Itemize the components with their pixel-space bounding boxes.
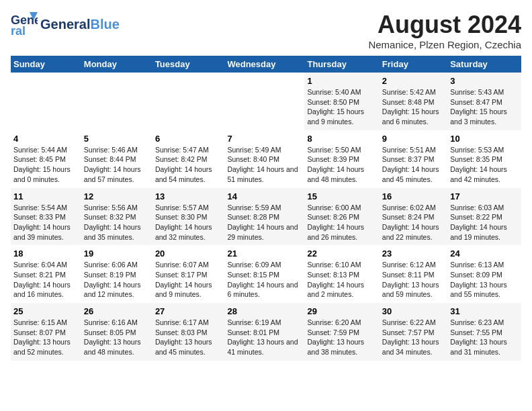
day-number: 29: [307, 306, 376, 316]
logo-general-text: General: [40, 17, 90, 32]
day-info: Sunrise: 6:02 AMSunset: 8:24 PMDaylight:…: [382, 203, 445, 242]
calendar-cell: [11, 73, 81, 130]
day-number: 11: [13, 191, 79, 201]
day-info: Sunrise: 5:51 AMSunset: 8:37 PMDaylight:…: [382, 145, 445, 185]
calendar-cell: [224, 73, 304, 130]
calendar-cell: 7Sunrise: 5:49 AMSunset: 8:40 PMDaylight…: [224, 130, 304, 188]
day-info: Sunrise: 5:42 AMSunset: 8:48 PMDaylight:…: [382, 87, 445, 127]
page-title: August 2024: [368, 11, 521, 39]
calendar-cell: 24Sunrise: 6:13 AMSunset: 8:09 PMDayligh…: [447, 245, 521, 303]
calendar-cell: 8Sunrise: 5:50 AMSunset: 8:39 PMDaylight…: [304, 130, 379, 188]
day-info: Sunrise: 6:12 AMSunset: 8:11 PMDaylight:…: [382, 260, 445, 300]
day-info: Sunrise: 6:22 AMSunset: 7:57 PMDaylight:…: [382, 318, 445, 357]
day-number: 16: [382, 191, 445, 201]
day-number: 10: [450, 134, 519, 144]
calendar-cell: 27Sunrise: 6:17 AMSunset: 8:03 PMDayligh…: [152, 303, 225, 361]
day-info: Sunrise: 5:54 AMSunset: 8:33 PMDaylight:…: [13, 203, 79, 242]
day-number: 21: [227, 248, 302, 259]
calendar-table: SundayMondayTuesdayWednesdayThursdayFrid…: [11, 56, 521, 361]
calendar-week-2: 4Sunrise: 5:44 AMSunset: 8:45 PMDaylight…: [11, 130, 521, 188]
day-number: 27: [155, 306, 222, 316]
day-info: Sunrise: 6:16 AMSunset: 8:05 PMDaylight:…: [84, 318, 150, 357]
day-info: Sunrise: 5:43 AMSunset: 8:47 PMDaylight:…: [450, 87, 519, 127]
day-number: 8: [307, 134, 376, 144]
day-info: Sunrise: 6:20 AMSunset: 7:59 PMDaylight:…: [307, 318, 376, 357]
calendar-cell: 11Sunrise: 5:54 AMSunset: 8:33 PMDayligh…: [11, 188, 81, 246]
calendar-cell: 30Sunrise: 6:22 AMSunset: 7:57 PMDayligh…: [380, 303, 447, 361]
day-info: Sunrise: 5:53 AMSunset: 8:35 PMDaylight:…: [450, 145, 519, 185]
calendar-cell: 18Sunrise: 6:04 AMSunset: 8:21 PMDayligh…: [11, 245, 81, 303]
calendar-week-5: 25Sunrise: 6:15 AMSunset: 8:07 PMDayligh…: [11, 303, 521, 361]
calendar-week-3: 11Sunrise: 5:54 AMSunset: 8:33 PMDayligh…: [11, 188, 521, 246]
day-number: 28: [227, 306, 302, 316]
day-info: Sunrise: 6:19 AMSunset: 8:01 PMDaylight:…: [227, 318, 302, 357]
day-info: Sunrise: 5:46 AMSunset: 8:44 PMDaylight:…: [84, 145, 150, 185]
calendar-cell: 14Sunrise: 5:59 AMSunset: 8:28 PMDayligh…: [224, 188, 304, 246]
day-number: 15: [307, 191, 376, 201]
day-info: Sunrise: 6:09 AMSunset: 8:15 PMDaylight:…: [227, 260, 302, 300]
calendar-cell: 28Sunrise: 6:19 AMSunset: 8:01 PMDayligh…: [224, 303, 304, 361]
calendar-cell: 22Sunrise: 6:10 AMSunset: 8:13 PMDayligh…: [304, 245, 379, 303]
calendar-cell: 5Sunrise: 5:46 AMSunset: 8:44 PMDaylight…: [81, 130, 152, 188]
day-number: 22: [307, 248, 376, 259]
column-header-sunday: Sunday: [11, 56, 81, 73]
day-info: Sunrise: 6:03 AMSunset: 8:22 PMDaylight:…: [450, 203, 519, 242]
calendar-cell: 2Sunrise: 5:42 AMSunset: 8:48 PMDaylight…: [380, 73, 447, 130]
calendar-cell: 19Sunrise: 6:06 AMSunset: 8:19 PMDayligh…: [81, 245, 152, 303]
column-header-friday: Friday: [380, 56, 447, 73]
day-info: Sunrise: 5:50 AMSunset: 8:39 PMDaylight:…: [307, 145, 376, 185]
logo: Gene ral GeneralBlue: [11, 11, 120, 38]
day-number: 5: [84, 134, 150, 144]
logo-icon: Gene ral: [11, 11, 38, 38]
day-number: 24: [450, 248, 519, 259]
calendar-header: SundayMondayTuesdayWednesdayThursdayFrid…: [11, 56, 521, 73]
day-info: Sunrise: 5:57 AMSunset: 8:30 PMDaylight:…: [155, 203, 222, 242]
day-number: 12: [84, 191, 150, 201]
column-header-tuesday: Tuesday: [152, 56, 225, 73]
day-info: Sunrise: 6:06 AMSunset: 8:19 PMDaylight:…: [84, 260, 150, 300]
calendar-cell: 10Sunrise: 5:53 AMSunset: 8:35 PMDayligh…: [447, 130, 521, 188]
day-info: Sunrise: 5:59 AMSunset: 8:28 PMDaylight:…: [227, 203, 302, 242]
page-subtitle: Nemanice, Plzen Region, Czechia: [368, 39, 521, 50]
header-row: SundayMondayTuesdayWednesdayThursdayFrid…: [11, 56, 521, 73]
day-number: 30: [382, 306, 445, 316]
column-header-thursday: Thursday: [304, 56, 379, 73]
column-header-saturday: Saturday: [447, 56, 521, 73]
calendar-cell: 12Sunrise: 5:56 AMSunset: 8:32 PMDayligh…: [81, 188, 152, 246]
day-info: Sunrise: 6:13 AMSunset: 8:09 PMDaylight:…: [450, 260, 519, 300]
day-number: 2: [382, 76, 445, 86]
calendar-cell: 26Sunrise: 6:16 AMSunset: 8:05 PMDayligh…: [81, 303, 152, 361]
calendar-cell: 20Sunrise: 6:07 AMSunset: 8:17 PMDayligh…: [152, 245, 225, 303]
day-info: Sunrise: 6:15 AMSunset: 8:07 PMDaylight:…: [13, 318, 79, 357]
day-number: 6: [155, 134, 222, 144]
day-info: Sunrise: 5:47 AMSunset: 8:42 PMDaylight:…: [155, 145, 222, 185]
calendar-cell: 3Sunrise: 5:43 AMSunset: 8:47 PMDaylight…: [447, 73, 521, 130]
calendar-cell: 17Sunrise: 6:03 AMSunset: 8:22 PMDayligh…: [447, 188, 521, 246]
day-number: 7: [227, 134, 302, 144]
day-number: 20: [155, 248, 222, 259]
day-number: 9: [382, 134, 445, 144]
calendar-cell: 9Sunrise: 5:51 AMSunset: 8:37 PMDaylight…: [380, 130, 447, 188]
calendar-cell: 31Sunrise: 6:23 AMSunset: 7:55 PMDayligh…: [447, 303, 521, 361]
column-header-monday: Monday: [81, 56, 152, 73]
day-info: Sunrise: 5:56 AMSunset: 8:32 PMDaylight:…: [84, 203, 150, 242]
day-number: 31: [450, 306, 519, 316]
calendar-week-4: 18Sunrise: 6:04 AMSunset: 8:21 PMDayligh…: [11, 245, 521, 303]
day-info: Sunrise: 5:40 AMSunset: 8:50 PMDaylight:…: [307, 87, 376, 127]
calendar-cell: 6Sunrise: 5:47 AMSunset: 8:42 PMDaylight…: [152, 130, 225, 188]
day-number: 26: [84, 306, 150, 316]
day-number: 18: [13, 248, 79, 259]
day-number: 4: [13, 134, 79, 144]
day-info: Sunrise: 6:10 AMSunset: 8:13 PMDaylight:…: [307, 260, 376, 300]
calendar-cell: 16Sunrise: 6:02 AMSunset: 8:24 PMDayligh…: [380, 188, 447, 246]
day-info: Sunrise: 5:49 AMSunset: 8:40 PMDaylight:…: [227, 145, 302, 185]
calendar-cell: 29Sunrise: 6:20 AMSunset: 7:59 PMDayligh…: [304, 303, 379, 361]
day-number: 19: [84, 248, 150, 259]
header: Gene ral GeneralBlue August 2024 Nemanic…: [11, 11, 521, 50]
calendar-cell: 23Sunrise: 6:12 AMSunset: 8:11 PMDayligh…: [380, 245, 447, 303]
day-number: 13: [155, 191, 222, 201]
calendar-cell: [81, 73, 152, 130]
calendar-cell: [152, 73, 225, 130]
day-number: 1: [307, 76, 376, 86]
calendar-cell: 1Sunrise: 5:40 AMSunset: 8:50 PMDaylight…: [304, 73, 379, 130]
